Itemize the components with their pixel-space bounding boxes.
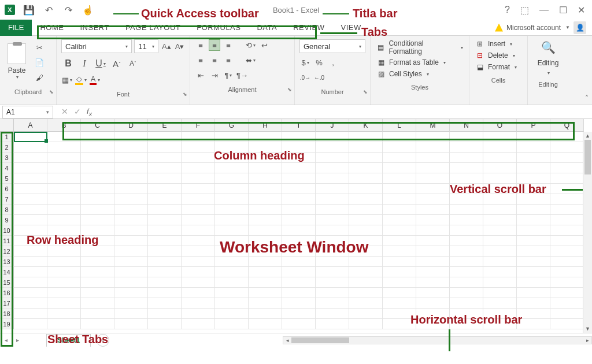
cell[interactable] — [550, 153, 584, 163]
cell[interactable] — [550, 163, 584, 173]
cell[interactable] — [483, 257, 517, 267]
cell[interactable] — [517, 267, 550, 277]
column-header[interactable]: A — [14, 119, 47, 132]
cell[interactable] — [249, 236, 282, 246]
cell[interactable] — [249, 205, 282, 215]
cell[interactable] — [148, 298, 182, 309]
cell[interactable] — [282, 205, 316, 215]
delete-cells-button[interactable]: ⊟Delete▾ — [475, 51, 521, 60]
cell[interactable] — [383, 277, 416, 288]
cell[interactable] — [215, 153, 249, 163]
column-header[interactable]: H — [249, 119, 282, 132]
cell[interactable] — [450, 267, 483, 277]
cell[interactable] — [114, 309, 148, 319]
align-right-icon[interactable]: ≡ — [223, 54, 234, 66]
cell[interactable] — [182, 194, 215, 205]
row-header[interactable]: 19 — [0, 319, 14, 329]
help-icon[interactable]: ? — [505, 5, 510, 15]
cell[interactable] — [383, 142, 416, 153]
row-header[interactable]: 10 — [0, 225, 14, 236]
cell[interactable] — [14, 184, 47, 194]
cell[interactable] — [483, 267, 517, 277]
cell[interactable] — [81, 184, 114, 194]
row-header[interactable]: 12 — [0, 246, 14, 257]
cell[interactable] — [215, 309, 249, 319]
cell[interactable] — [282, 319, 316, 329]
undo-icon[interactable]: ↶ — [43, 4, 54, 16]
fill-color-icon[interactable]: ◇▾ — [75, 74, 87, 86]
cancel-formula-icon[interactable]: ✕ — [61, 107, 68, 117]
cell[interactable] — [14, 194, 47, 205]
cell[interactable] — [249, 142, 282, 153]
cell[interactable] — [550, 173, 584, 184]
cell[interactable] — [349, 163, 383, 173]
cell[interactable] — [416, 309, 450, 319]
cell[interactable] — [182, 236, 215, 246]
column-header[interactable]: P — [517, 119, 550, 132]
minimize-icon[interactable]: — — [539, 5, 549, 15]
column-header[interactable]: M — [416, 119, 450, 132]
align-center-icon[interactable]: ≡ — [209, 54, 220, 66]
cell[interactable] — [316, 205, 349, 215]
row-header[interactable]: 8 — [0, 205, 14, 215]
cell[interactable] — [249, 173, 282, 184]
cell[interactable] — [81, 298, 114, 309]
cell[interactable] — [450, 173, 483, 184]
cell[interactable] — [416, 142, 450, 153]
cell[interactable] — [383, 184, 416, 194]
cell[interactable] — [517, 205, 550, 215]
cell[interactable] — [383, 246, 416, 257]
cell[interactable] — [282, 132, 316, 142]
row-header[interactable]: 3 — [0, 153, 14, 163]
column-header[interactable]: C — [81, 119, 114, 132]
cell[interactable] — [114, 277, 148, 288]
cell[interactable] — [47, 236, 81, 246]
sheet-tab[interactable]: Sheet1 — [46, 334, 91, 347]
cell[interactable] — [416, 184, 450, 194]
cell[interactable] — [550, 257, 584, 267]
cell[interactable] — [14, 163, 47, 173]
cell[interactable] — [416, 267, 450, 277]
cell[interactable] — [215, 257, 249, 267]
cell[interactable] — [182, 246, 215, 257]
cell[interactable] — [282, 288, 316, 298]
cell[interactable] — [81, 225, 114, 236]
cell[interactable] — [282, 173, 316, 184]
cell[interactable] — [416, 194, 450, 205]
cell[interactable] — [316, 298, 349, 309]
cell[interactable] — [550, 309, 584, 319]
cell[interactable] — [14, 246, 47, 257]
cell[interactable] — [450, 309, 483, 319]
cell[interactable] — [282, 184, 316, 194]
cell[interactable] — [550, 215, 584, 225]
cell[interactable] — [148, 215, 182, 225]
cell[interactable] — [349, 173, 383, 184]
cell[interactable] — [182, 184, 215, 194]
cell[interactable] — [114, 246, 148, 257]
cell[interactable] — [483, 153, 517, 163]
cell[interactable] — [483, 132, 517, 142]
cell[interactable] — [483, 309, 517, 319]
cell[interactable] — [282, 277, 316, 288]
cell[interactable] — [450, 225, 483, 236]
cell[interactable] — [81, 215, 114, 225]
cell[interactable] — [416, 153, 450, 163]
cell[interactable] — [215, 225, 249, 236]
cell[interactable] — [483, 236, 517, 246]
cell[interactable] — [383, 194, 416, 205]
cell[interactable] — [215, 184, 249, 194]
cell[interactable] — [215, 163, 249, 173]
cell[interactable] — [114, 173, 148, 184]
cell[interactable] — [450, 163, 483, 173]
cell[interactable] — [550, 277, 584, 288]
cell[interactable] — [450, 205, 483, 215]
cell[interactable] — [349, 184, 383, 194]
cell[interactable] — [182, 215, 215, 225]
row-header[interactable]: 7 — [0, 194, 14, 205]
column-header[interactable]: I — [282, 119, 316, 132]
cell[interactable] — [81, 205, 114, 215]
file-tab[interactable]: FILE — [0, 20, 32, 36]
increase-indent-icon[interactable]: ⇥ — [209, 69, 220, 81]
cell[interactable] — [316, 288, 349, 298]
cell[interactable] — [47, 298, 81, 309]
